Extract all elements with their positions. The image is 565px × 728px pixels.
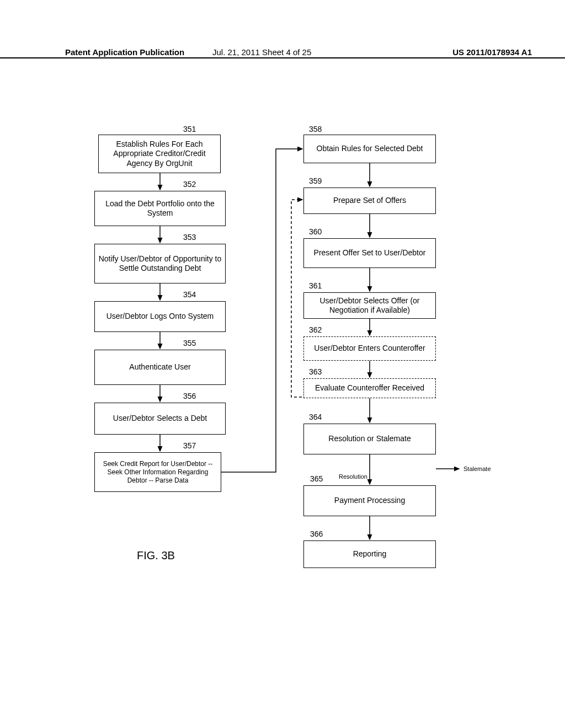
box-num-355: 355 xyxy=(183,339,196,347)
box-354-text: User/Debtor Logs Onto System xyxy=(106,312,214,322)
box-363-text: Evaluate Counteroffer Received xyxy=(315,383,424,393)
arrows-layer xyxy=(0,127,565,728)
box-366-text: Reporting xyxy=(353,549,387,559)
header-left: Patent Application Publication xyxy=(65,47,184,55)
box-num-354: 354 xyxy=(183,290,196,299)
box-362-text: User/Debtor Enters Counteroffer xyxy=(314,344,425,354)
box-359: Prepare Set of Offers xyxy=(303,188,436,214)
box-num-362: 362 xyxy=(309,325,322,334)
box-353: Notify User/Debtor of Opportunity to Set… xyxy=(94,244,226,283)
box-358-text: Obtain Rules for Selected Debt xyxy=(317,144,423,154)
box-num-365: 365 xyxy=(310,474,323,483)
box-num-358: 358 xyxy=(309,125,322,133)
box-359-text: Prepare Set of Offers xyxy=(333,196,406,206)
box-351-text: Establish Rules For Each Appropriate Cre… xyxy=(102,140,217,169)
box-351: Establish Rules For Each Appropriate Cre… xyxy=(98,135,221,173)
box-num-351: 351 xyxy=(183,125,196,133)
box-num-353: 353 xyxy=(183,233,196,242)
box-352-text: Load the Debt Portfolio onto the System xyxy=(98,199,222,218)
box-360-text: Present Offer Set to User/Debtor xyxy=(314,248,426,258)
box-num-359: 359 xyxy=(309,176,322,185)
page-header: Patent Application Publication Jul. 21, … xyxy=(0,47,565,58)
label-resolution: Resolution xyxy=(339,473,367,480)
box-354: User/Debtor Logs Onto System xyxy=(94,301,226,332)
header-center: Jul. 21, 2011 Sheet 4 of 25 xyxy=(212,47,311,57)
box-num-363: 363 xyxy=(309,367,322,376)
box-356-text: User/Debtor Selects a Debt xyxy=(113,414,207,424)
box-356: User/Debtor Selects a Debt xyxy=(94,403,226,435)
box-361-text: User/Debtor Selects Offer (or Negotiatio… xyxy=(307,296,432,315)
box-357-text: Seek Credit Report for User/Debtor -- Se… xyxy=(98,460,217,485)
box-num-364: 364 xyxy=(309,413,322,421)
box-355-text: Authenticate User xyxy=(129,362,190,372)
box-358: Obtain Rules for Selected Debt xyxy=(303,135,436,163)
box-361: User/Debtor Selects Offer (or Negotiatio… xyxy=(303,292,436,319)
label-stalemate: Stalemate xyxy=(463,465,491,472)
box-num-360: 360 xyxy=(309,227,322,236)
box-362: User/Debtor Enters Counteroffer xyxy=(303,336,436,361)
figure-caption: FIG. 3B xyxy=(137,549,175,562)
box-366: Reporting xyxy=(303,540,436,568)
box-355: Authenticate User xyxy=(94,350,226,385)
box-365: Payment Processing xyxy=(303,485,436,516)
box-365-text: Payment Processing xyxy=(334,496,405,506)
box-num-356: 356 xyxy=(183,392,196,400)
header-right: US 2011/0178934 A1 xyxy=(452,47,532,55)
box-num-357: 357 xyxy=(183,441,196,450)
box-num-361: 361 xyxy=(309,281,322,290)
box-364: Resolution or Stalemate xyxy=(303,424,436,454)
box-num-352: 352 xyxy=(183,180,196,189)
box-357: Seek Credit Report for User/Debtor -- Se… xyxy=(94,452,221,492)
box-353-text: Notify User/Debtor of Opportunity to Set… xyxy=(98,254,222,274)
box-352: Load the Debt Portfolio onto the System xyxy=(94,191,226,226)
box-364-text: Resolution or Stalemate xyxy=(328,434,411,444)
box-num-366: 366 xyxy=(310,529,323,538)
box-363: Evaluate Counteroffer Received xyxy=(303,378,436,398)
box-360: Present Offer Set to User/Debtor xyxy=(303,238,436,268)
